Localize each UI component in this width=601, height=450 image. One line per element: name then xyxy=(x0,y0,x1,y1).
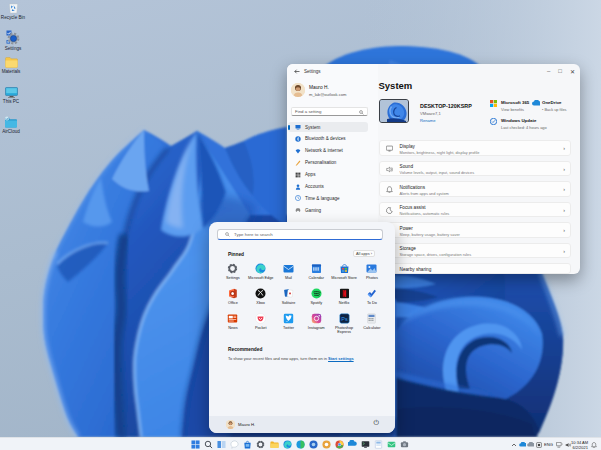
svg-text:Ps: Ps xyxy=(341,316,348,322)
